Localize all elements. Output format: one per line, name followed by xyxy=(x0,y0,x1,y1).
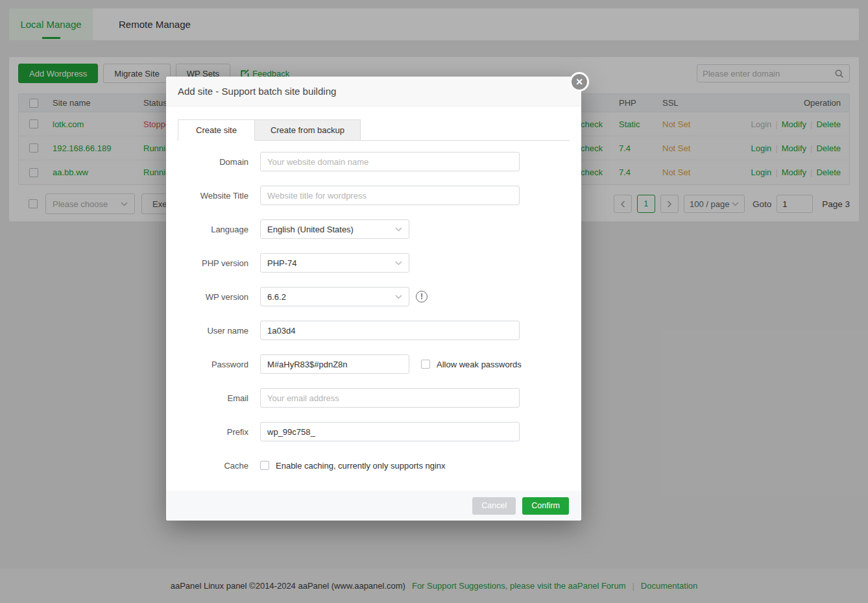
allow-weak-passwords-label: Allow weak passwords xyxy=(437,360,522,369)
php-version-label: PHP version xyxy=(178,258,260,268)
language-value: English (United States) xyxy=(267,225,354,234)
password-label: Password xyxy=(178,360,260,369)
prefix-label: Prefix xyxy=(178,427,260,437)
warning-icon[interactable]: ! xyxy=(416,291,428,302)
wp-version-label: WP version xyxy=(178,292,260,302)
php-version-select[interactable]: PHP-74 xyxy=(260,253,409,273)
chevron-down-icon xyxy=(395,295,402,299)
php-version-value: PHP-74 xyxy=(267,258,297,268)
wp-version-value: 6.6.2 xyxy=(267,292,286,302)
prefix-input[interactable] xyxy=(260,422,520,441)
language-select[interactable]: English (United States) xyxy=(260,219,409,239)
cancel-button[interactable]: Cancel xyxy=(472,497,516,515)
page: Local Manage Remote Manage Add Wordpress… xyxy=(0,0,868,603)
wp-version-select[interactable]: 6.6.2 xyxy=(260,287,409,306)
tab-create-site[interactable]: Create site xyxy=(178,119,255,141)
create-site-form: Domain Website Title Language English (U… xyxy=(178,141,570,475)
website-title-label: Website Title xyxy=(178,191,260,201)
modal-footer: Cancel Confirm xyxy=(166,491,581,521)
email-input[interactable] xyxy=(260,388,520,408)
user-name-label: User name xyxy=(178,326,260,336)
modal-title: Add site - Support batch site building xyxy=(166,77,581,106)
enable-caching-checkbox[interactable] xyxy=(260,461,269,470)
confirm-button[interactable]: Confirm xyxy=(522,497,569,515)
tab-create-from-backup[interactable]: Create from backup xyxy=(255,119,361,141)
chevron-down-icon xyxy=(395,261,402,265)
domain-input[interactable] xyxy=(260,152,520,171)
modal-tabs: Create site Create from backup xyxy=(178,119,570,141)
close-icon[interactable]: ✕ xyxy=(570,72,589,92)
website-title-input[interactable] xyxy=(260,186,520,205)
enable-caching-label: Enable caching, currently only supports … xyxy=(276,461,446,471)
domain-label: Domain xyxy=(178,157,260,167)
language-label: Language xyxy=(178,225,260,234)
user-name-input[interactable] xyxy=(260,321,520,340)
modal-body: Create site Create from backup Domain We… xyxy=(166,106,581,475)
add-site-modal: ✕ Add site - Support batch site building… xyxy=(166,77,581,521)
email-label: Email xyxy=(178,393,260,403)
password-input[interactable] xyxy=(260,354,409,374)
allow-weak-passwords-checkbox[interactable] xyxy=(421,360,430,369)
chevron-down-icon xyxy=(395,227,402,232)
cache-label: Cache xyxy=(178,461,260,471)
